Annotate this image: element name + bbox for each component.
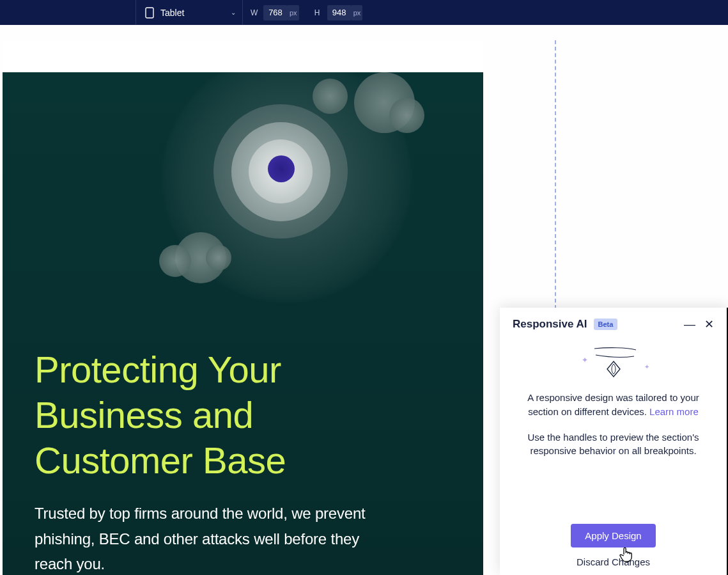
cloud-icon (206, 245, 231, 271)
height-control: H px (307, 0, 371, 25)
panel-header: Responsive AI Beta — ✕ (500, 308, 727, 337)
height-unit: px (352, 5, 363, 20)
width-control: W px (243, 0, 307, 25)
panel-actions: Apply Design Discard Changes (500, 524, 727, 575)
cloud-icon (159, 245, 191, 277)
panel-message-1: A responsive design was tailored to your… (523, 391, 704, 419)
hero-subhead: Trusted by top firms around the world, w… (35, 501, 367, 575)
tablet-icon (145, 7, 154, 19)
top-toolbar: Tablet ⌄ W px H px (0, 0, 728, 25)
learn-more-link[interactable]: Learn more (649, 406, 699, 417)
device-selector[interactable]: Tablet ⌄ (136, 0, 243, 25)
cloud-icon (313, 79, 348, 114)
height-input[interactable] (327, 5, 352, 20)
close-icon[interactable]: ✕ (704, 319, 714, 330)
height-label: H (314, 8, 323, 17)
toolbar-spacer (0, 0, 136, 25)
width-input[interactable] (263, 5, 288, 20)
svg-rect-0 (146, 8, 153, 18)
beta-badge: Beta (594, 319, 618, 330)
responsive-ai-panel: Responsive AI Beta — ✕ ✦ ✦ A responsive … (500, 308, 728, 575)
panel-illustration: ✦ ✦ (500, 337, 727, 388)
discard-changes-button[interactable]: Discard Changes (577, 556, 650, 567)
device-label: Tablet (160, 8, 184, 18)
hero-headline: Protecting Your Business and Customer Ba… (35, 347, 367, 483)
panel-title: Responsive AI (513, 318, 587, 331)
eye-pupil (268, 155, 295, 182)
hero-graphic (35, 72, 451, 283)
chevron-down-icon: ⌄ (231, 9, 236, 16)
hero-section: Protecting Your Business and Customer Ba… (3, 72, 483, 575)
breakpoint-guide[interactable] (555, 40, 556, 309)
svg-text:✦: ✦ (644, 363, 649, 370)
width-label: W (251, 8, 259, 17)
panel-message-2: Use the handles to preview the section's… (523, 430, 704, 459)
svg-text:✦: ✦ (582, 356, 588, 365)
width-unit: px (288, 5, 299, 20)
preview-frame[interactable]: Protecting Your Business and Customer Ba… (3, 40, 483, 575)
apply-design-button[interactable]: Apply Design (571, 524, 655, 547)
preview-header-space (3, 40, 483, 72)
minimize-icon[interactable]: — (684, 319, 695, 330)
panel-body: A responsive design was tailored to your… (500, 388, 727, 524)
cloud-icon (389, 98, 424, 133)
panel-controls: — ✕ (684, 319, 714, 330)
